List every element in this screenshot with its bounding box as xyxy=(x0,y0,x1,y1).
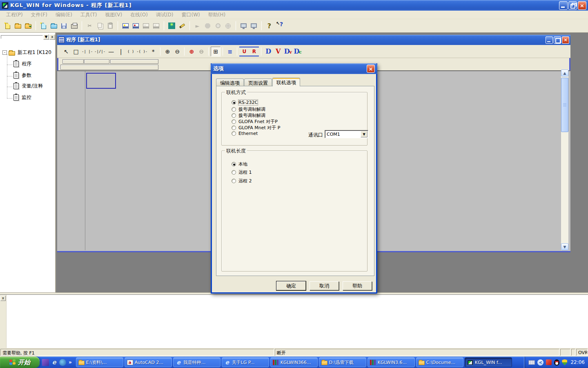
mdi-minimize-button[interactable] xyxy=(546,36,553,44)
output-panel-close-button[interactable]: x xyxy=(0,296,6,301)
zoom-out-button[interactable]: ⊖ xyxy=(172,47,182,56)
context-help-button[interactable]: ↖? xyxy=(274,21,285,31)
tray-collapse-icon[interactable]: < xyxy=(537,359,543,366)
task-winrar-1[interactable]: KGLWIN366... xyxy=(270,357,318,367)
mnemonic-view-button[interactable] xyxy=(131,21,141,31)
output-coil-button[interactable]: -( )- xyxy=(136,47,148,56)
function-button[interactable]: * xyxy=(148,47,158,56)
tray-red-app-icon[interactable] xyxy=(546,359,552,365)
menu-online[interactable]: 在线(O) xyxy=(127,11,151,19)
task-explorer-e[interactable]: E:\资料\... xyxy=(76,357,123,367)
line-mode-button[interactable]: ≡ xyxy=(225,47,235,56)
help-dialog-button[interactable]: 帮助 xyxy=(343,281,372,290)
monitor-mode-button[interactable] xyxy=(249,21,259,31)
menu-help[interactable]: 帮助(H) xyxy=(205,11,229,19)
zoom-area-button[interactable]: ⊞ xyxy=(211,47,220,56)
radio-button[interactable] xyxy=(232,131,236,136)
close-button[interactable]: × xyxy=(578,1,586,10)
task-explorer-c[interactable]: C:\Docume... xyxy=(416,357,463,367)
hline-button[interactable]: — xyxy=(106,47,116,56)
dialog-titlebar[interactable]: 选项 × xyxy=(211,63,377,74)
input-method-icon[interactable] xyxy=(528,360,535,365)
radio-button[interactable] xyxy=(232,100,236,105)
start-button[interactable]: 开始 xyxy=(0,357,40,368)
print-button[interactable] xyxy=(69,21,79,31)
menu-view[interactable]: 视图(V) xyxy=(102,11,126,19)
edit-tool-button[interactable] xyxy=(177,21,187,31)
menu-tools[interactable]: 工具(T) xyxy=(77,11,101,19)
new-file-button[interactable] xyxy=(38,21,49,31)
radio-button[interactable] xyxy=(232,170,236,175)
task-browser-2[interactable]: e 关于LG P... xyxy=(222,357,269,367)
remote-button[interactable] xyxy=(223,21,233,31)
tab-online-options[interactable]: 联机选项 xyxy=(272,78,300,86)
help-button[interactable]: ? xyxy=(264,21,274,31)
scrollbar-thumb[interactable] xyxy=(561,78,568,132)
tree-panel-close-button[interactable]: x xyxy=(49,34,55,40)
task-autocad[interactable]: a AutoCAD 2... xyxy=(125,357,172,367)
menu-file[interactable]: 文件(F) xyxy=(27,11,51,19)
tree-toolbar-dropdown-button[interactable]: ▼ xyxy=(43,34,49,40)
open-file-button[interactable] xyxy=(49,21,59,31)
radio-button[interactable] xyxy=(232,179,236,183)
radio-button[interactable] xyxy=(232,113,236,118)
program-window-titlebar[interactable]: 程序 [新工程1] × xyxy=(57,35,570,45)
dc-instruction-button[interactable]: Dc xyxy=(293,47,303,56)
tree-item-parameter[interactable]: 参数 xyxy=(13,72,31,79)
reset-coil-button[interactable]: R xyxy=(249,47,259,56)
cut-button[interactable]: ✂ xyxy=(85,21,95,31)
radio-rs232c[interactable]: RS-232C xyxy=(232,100,258,105)
tree-item-monitor[interactable]: 监控 xyxy=(13,94,31,101)
radio-remote-2[interactable]: 远程 2 xyxy=(232,178,252,184)
ok-button[interactable]: 确定 xyxy=(276,281,306,290)
radio-button[interactable] xyxy=(232,126,236,130)
rectangle-tool-button[interactable]: □ xyxy=(71,47,81,56)
tree-item-variable[interactable]: 变量/注释 xyxy=(13,83,43,90)
mdi-maximize-button[interactable] xyxy=(554,36,561,44)
menu-window[interactable]: 窗口(W) xyxy=(178,11,204,19)
radio-ethernet[interactable]: Ethernet xyxy=(232,131,258,136)
quick-launch-icon-1[interactable] xyxy=(42,359,49,366)
open-project-button[interactable] xyxy=(13,21,23,31)
tree-root-row[interactable]: - 新工程1 [K120 xyxy=(2,49,51,56)
quick-launch-icon-3[interactable] xyxy=(59,359,66,366)
mdi-close-button[interactable]: × xyxy=(562,36,569,44)
ladder-cursor-cell[interactable] xyxy=(86,73,116,89)
dv-instruction-button[interactable]: Dv xyxy=(283,47,293,56)
pause-button[interactable] xyxy=(213,21,223,31)
scroll-down-button[interactable]: ▼ xyxy=(561,243,568,250)
zoom-in-button[interactable]: ⊕ xyxy=(163,47,172,56)
menu-project[interactable]: 工程(P) xyxy=(2,11,27,19)
task-winrar-2[interactable]: KGLWIN3.6... xyxy=(368,357,415,367)
ladder-delete-button[interactable] xyxy=(151,21,161,31)
task-explorer-d[interactable]: D:\迅雷下载 xyxy=(319,357,366,367)
paste-button[interactable] xyxy=(105,21,115,31)
tree-item-program[interactable]: 程序 xyxy=(13,61,31,67)
vertical-scrollbar[interactable]: ▲ ▼ xyxy=(561,70,568,250)
radio-glofa-fnet[interactable]: GLOFA Fnet 对于P xyxy=(232,119,278,125)
run-button[interactable]: ► xyxy=(192,21,203,31)
radio-local[interactable]: 本地 xyxy=(232,161,247,167)
vline-button[interactable]: | xyxy=(116,47,126,56)
security-shield-icon[interactable] xyxy=(562,359,567,366)
stop-button[interactable] xyxy=(203,21,213,31)
coil-button[interactable]: ( ) xyxy=(126,47,136,56)
monitor-zoom-out-button[interactable]: ⊖ xyxy=(196,47,206,56)
radio-dialup-modem[interactable]: 拨号调制解调 xyxy=(232,106,265,112)
radio-button[interactable] xyxy=(232,162,236,166)
task-browser-1[interactable]: e 我是特种... xyxy=(173,357,220,367)
qq-icon[interactable] xyxy=(554,359,559,366)
tab-edit-options[interactable]: 编辑选项 xyxy=(216,79,244,86)
monitor-zoom-in-button[interactable]: ⊕ xyxy=(187,47,196,56)
select-tool-button[interactable]: ↖ xyxy=(61,47,71,56)
d-instruction-button[interactable]: D xyxy=(263,47,273,56)
comm-port-combobox[interactable]: COM1 ▼ xyxy=(325,130,368,138)
combo-dropdown-button[interactable]: ▼ xyxy=(361,131,368,137)
tree-collapse-icon[interactable]: - xyxy=(2,50,7,55)
minimize-button[interactable] xyxy=(559,1,568,10)
scroll-up-button[interactable]: ▲ xyxy=(561,70,568,76)
copy-button[interactable] xyxy=(95,21,105,31)
radio-remote-1[interactable]: 远程 1 xyxy=(232,169,252,175)
radio-glofa-mnet[interactable]: GLOFA Mnet 对于 P xyxy=(232,125,280,131)
restore-button[interactable] xyxy=(568,1,577,10)
